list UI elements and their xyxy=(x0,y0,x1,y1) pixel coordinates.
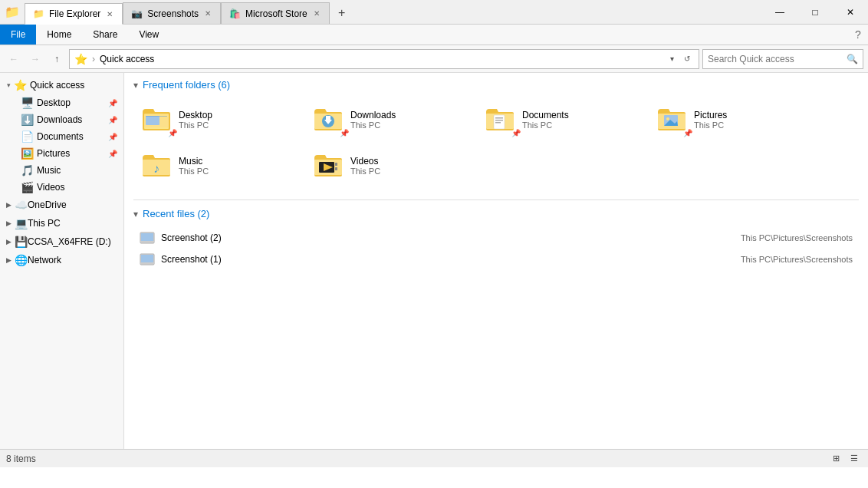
folder-videos-name: Videos xyxy=(350,156,467,167)
folder-downloads-sub: This PC xyxy=(350,120,467,130)
tab-screenshots[interactable]: 📷 Screenshots ✕ xyxy=(123,2,221,24)
recent-files-header[interactable]: ▾ Recent files (2) xyxy=(133,208,859,219)
maximize-button[interactable]: □ xyxy=(797,0,833,25)
folder-music-icon: ♪ xyxy=(141,152,172,180)
sidebar-item-videos[interactable]: 🎬 Videos xyxy=(0,179,123,196)
onedrive-icon: ☁️ xyxy=(14,199,28,211)
sidebar-item-music[interactable]: 🎵 Music xyxy=(0,162,123,179)
sidebar-item-downloads[interactable]: ⬇️ Downloads 📌 xyxy=(0,111,123,128)
status-bar-right: ⊞ ☰ xyxy=(828,451,862,467)
folder-music[interactable]: ♪ Music This PC xyxy=(133,144,302,187)
address-bar-controls: ▾ ↺ xyxy=(665,51,694,68)
svg-rect-13 xyxy=(495,122,501,124)
folder-videos[interactable]: Videos This PC xyxy=(305,144,474,187)
folder-desktop-name: Desktop xyxy=(179,110,295,120)
tab-close-file-explorer[interactable]: ✕ xyxy=(105,8,114,20)
svg-rect-24 xyxy=(335,167,337,170)
sidebar-group-quick-access[interactable]: ▾ ⭐ Quick access xyxy=(0,76,123,94)
documents-label: Documents xyxy=(37,131,105,142)
tab-icon-store: 🛍️ xyxy=(229,8,241,19)
pictures-icon: 🖼️ xyxy=(20,147,34,160)
content-area: ▾ Frequent folders (6) Desktop xyxy=(124,73,868,449)
main-layout: ▾ ⭐ Quick access 🖥️ Desktop 📌 ⬇️ Downloa… xyxy=(0,73,868,449)
recent-files-title: Recent files (2) xyxy=(143,208,209,219)
folder-desktop-icon xyxy=(141,106,172,134)
sidebar-item-pictures[interactable]: 🖼️ Pictures 📌 xyxy=(0,145,123,162)
recent-file-screenshot2[interactable]: Screenshot (2) This PC\Pictures\Screensh… xyxy=(133,227,859,249)
back-button[interactable]: ← xyxy=(5,50,23,68)
folder-videos-icon-wrap xyxy=(312,150,344,182)
this-pc-expand-icon: ▶ xyxy=(3,218,14,229)
folder-downloads[interactable]: Downloads This PC 📌 xyxy=(305,98,474,141)
sidebar-item-desktop[interactable]: 🖥️ Desktop 📌 xyxy=(0,94,123,111)
sidebar-group-drive[interactable]: ▶ 💾 CCSA_X64FRE (D:) xyxy=(0,232,123,251)
folder-documents-name: Documents xyxy=(522,110,639,120)
large-icons-view-button[interactable]: ⊞ xyxy=(828,451,843,467)
refresh-button[interactable]: ↺ xyxy=(680,51,694,68)
folder-downloads-info: Downloads This PC xyxy=(350,110,467,130)
minimize-button[interactable]: — xyxy=(762,0,797,25)
folder-desktop[interactable]: Desktop This PC 📌 xyxy=(133,98,302,141)
sidebar-group-this-pc[interactable]: ▶ 💻 This PC xyxy=(0,214,123,232)
tab-icon-screenshots: 📷 xyxy=(131,8,143,19)
ribbon-tab-home[interactable]: Home xyxy=(36,25,82,45)
documents-icon: 📄 xyxy=(20,130,34,143)
up-button[interactable]: ↑ xyxy=(48,50,66,68)
documents-pin-icon: 📌 xyxy=(108,133,117,141)
ribbon-tab-share[interactable]: Share xyxy=(82,25,128,45)
desktop-icon: 🖥️ xyxy=(20,97,34,109)
drive-icon: 💾 xyxy=(14,236,28,248)
ribbon-tab-view[interactable]: View xyxy=(128,25,169,45)
section-divider xyxy=(133,199,859,200)
ribbon-bar: File Home Share View ? xyxy=(0,25,868,45)
tab-microsoft-store[interactable]: 🛍️ Microsoft Store ✕ xyxy=(221,2,330,24)
svg-rect-12 xyxy=(495,120,503,121)
sidebar-group-onedrive[interactable]: ▶ ☁️ OneDrive xyxy=(0,196,123,214)
svg-rect-23 xyxy=(335,163,337,166)
address-chevron-icon: › xyxy=(92,54,95,64)
svg-rect-29 xyxy=(141,255,153,262)
close-button[interactable]: ✕ xyxy=(833,0,868,25)
nav-bar: ← → ↑ ⭐ › Quick access ▾ ↺ 🔍 xyxy=(0,45,868,73)
sidebar-item-documents[interactable]: 📄 Documents 📌 xyxy=(0,128,123,145)
ribbon-tabs: File Home Share View ? xyxy=(0,25,868,45)
folder-music-name: Music xyxy=(179,156,295,167)
svg-rect-27 xyxy=(140,241,154,242)
tab-label: File Explorer xyxy=(49,8,100,19)
app-icon: 📁 xyxy=(0,0,25,25)
forward-button[interactable]: → xyxy=(26,50,44,68)
details-view-button[interactable]: ☰ xyxy=(847,451,862,467)
desktop-pin-icon: 📌 xyxy=(108,99,117,107)
folder-downloads-pin: 📌 xyxy=(340,129,349,137)
folder-desktop-info: Desktop This PC xyxy=(179,110,295,130)
search-input[interactable] xyxy=(708,54,843,64)
folder-documents[interactable]: Documents This PC 📌 xyxy=(477,98,646,141)
svg-rect-30 xyxy=(140,262,154,264)
help-button[interactable]: ? xyxy=(848,25,868,45)
screenshot2-icon xyxy=(140,230,155,246)
tab-close-store[interactable]: ✕ xyxy=(312,8,321,19)
folder-pictures[interactable]: Pictures This PC 📌 xyxy=(649,98,817,141)
tab-close-screenshots[interactable]: ✕ xyxy=(203,8,212,19)
this-pc-icon: 💻 xyxy=(14,217,28,229)
network-icon: 🌐 xyxy=(14,254,28,266)
videos-label: Videos xyxy=(37,182,117,193)
drive-expand-icon: ▶ xyxy=(3,236,14,247)
ribbon-tab-file[interactable]: File xyxy=(0,25,36,45)
sidebar-group-network[interactable]: ▶ 🌐 Network xyxy=(0,251,123,269)
tab-file-explorer[interactable]: 📁 File Explorer ✕ xyxy=(25,3,123,25)
add-tab-button[interactable]: + xyxy=(330,2,354,24)
recent-file-screenshot1[interactable]: Screenshot (1) This PC\Pictures\Screensh… xyxy=(133,249,859,270)
folder-pictures-name: Pictures xyxy=(694,110,810,120)
frequent-folders-header[interactable]: ▾ Frequent folders (6) xyxy=(133,79,859,91)
network-label: Network xyxy=(28,255,61,265)
tab-icon: 📁 xyxy=(33,8,44,19)
address-dropdown-button[interactable]: ▾ xyxy=(665,51,679,68)
folder-documents-pin: 📌 xyxy=(511,129,521,137)
svg-text:♪: ♪ xyxy=(153,162,159,175)
address-bar[interactable]: ⭐ › Quick access ▾ ↺ xyxy=(69,49,699,69)
downloads-icon: ⬇️ xyxy=(20,114,34,126)
search-box[interactable]: 🔍 xyxy=(702,49,863,69)
folder-grid: Desktop This PC 📌 Download xyxy=(133,98,859,187)
recent-file-screenshot1-name: Screenshot (1) xyxy=(161,254,735,265)
